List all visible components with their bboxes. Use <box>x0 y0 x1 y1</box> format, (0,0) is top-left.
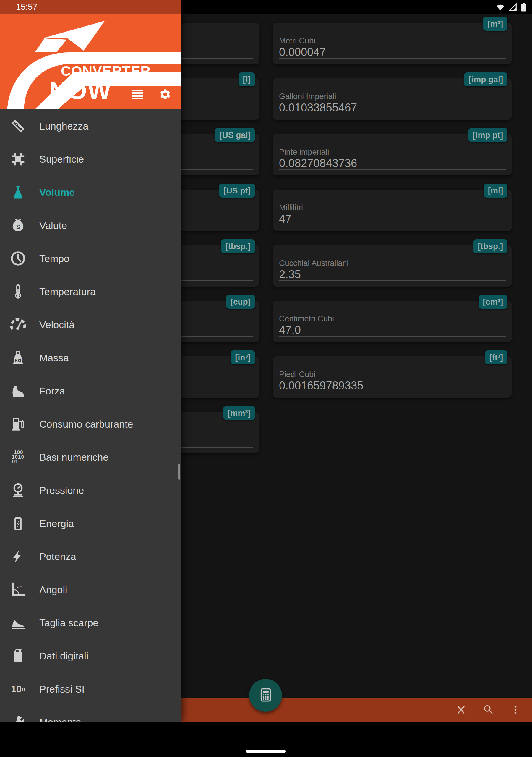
input-underline <box>279 225 506 225</box>
unit-card-galloni-imperiali[interactable]: [imp gal] Galloni Imperiali 0.0103385546… <box>273 78 512 120</box>
sidebar-item-label: Tempo <box>39 253 70 264</box>
sidebar-item-label: Basi numeriche <box>39 452 108 463</box>
sidebar-item-lunghezza[interactable]: Lunghezza <box>0 109 181 142</box>
sidebar-item-consumo-carburante[interactable]: Consumo carburante <box>0 408 181 440</box>
sidebar-item-label: Pressione <box>39 485 84 496</box>
unit-symbol-badge: [ml] <box>484 184 508 197</box>
clock-icon <box>10 250 26 267</box>
ten-power-icon: 10n <box>10 681 26 697</box>
unit-label: Millilitri <box>279 203 303 212</box>
sidebar-item-velocita[interactable]: Velocità <box>0 308 181 341</box>
sidebar-item-basi-numeriche[interactable]: 100101001 Basi numeriche <box>0 440 181 474</box>
angle-icon: 90° <box>10 581 26 598</box>
weight-kg-icon: KG <box>10 349 26 366</box>
unit-value: 0.001659789335 <box>279 379 363 392</box>
sidebar-item-temperatura[interactable]: Temperatura <box>0 275 181 308</box>
input-underline <box>279 58 506 59</box>
unit-value: 2.35 <box>279 268 301 281</box>
sidebar-item-label: Potenza <box>39 551 76 562</box>
unit-column-right: [m³] Metri Cubi 0.000047 [imp gal] Gallo… <box>273 23 512 412</box>
unit-card-metri-cubi[interactable]: [m³] Metri Cubi 0.000047 <box>273 23 512 64</box>
unit-label: Piedi Cubi <box>279 370 315 379</box>
sidebar-item-volume[interactable]: Volume <box>0 176 181 209</box>
sidebar-item-label: Superficie <box>39 153 84 165</box>
thermometer-icon <box>10 283 26 300</box>
unit-card-pinte-imperiali[interactable]: [imp pt] Pinte imperiali 0.08270843736 <box>273 134 512 175</box>
overflow-icon[interactable] <box>509 703 522 716</box>
shoe-icon <box>10 615 26 631</box>
input-underline <box>279 113 506 114</box>
sidebar-item-angoli[interactable]: 90° Angoli <box>0 573 181 606</box>
unit-value: 47.0 <box>279 324 301 337</box>
wifi-icon <box>496 3 505 13</box>
sidebar-item-forza[interactable]: Forza <box>0 374 181 408</box>
settings-gear-icon[interactable] <box>159 88 171 101</box>
fuel-pump-icon <box>10 416 26 432</box>
sidebar-item-label: Prefissi SI <box>39 683 84 695</box>
sidebar-item-massa[interactable]: KG Massa <box>0 341 181 374</box>
unit-symbol-badge: [in³] <box>230 350 255 364</box>
close-icon[interactable] <box>455 703 468 716</box>
sidebar-item-label: Valute <box>39 220 67 231</box>
sidebar-item-label: Angoli <box>39 584 67 595</box>
menu-icon[interactable] <box>132 90 143 99</box>
sidebar-item-label: Volume <box>39 187 75 198</box>
sidebar-item-prefissi-si[interactable]: 10n Prefissi SI <box>0 672 181 706</box>
sidebar-item-label: Consumo carburante <box>39 418 133 430</box>
unit-card-centimetri-cubi[interactable]: [cm³] Centimetri Cubi 47.0 <box>273 301 512 342</box>
battery-bolt-icon <box>10 515 26 532</box>
sidebar-item-label: Dati digitali <box>39 650 88 662</box>
converter-now-app: [l] [US gal] [US pt] [tbsp.] [cup] [in³]… <box>0 0 532 757</box>
sidebar-item-label: Forza <box>39 385 65 397</box>
cell-signal-icon <box>508 3 517 13</box>
status-bar-right <box>181 0 532 14</box>
speedometer-icon <box>10 317 26 333</box>
input-underline <box>279 336 506 337</box>
unit-symbol-badge: [US pt] <box>219 184 255 197</box>
lightning-icon <box>10 548 26 565</box>
sidebar-item-tempo[interactable]: Tempo <box>0 242 181 275</box>
unit-card-millilitri[interactable]: [ml] Millilitri 47 <box>273 190 512 231</box>
sidebar-item-taglia-scarpe[interactable]: Taglia scarpe <box>0 606 181 639</box>
input-underline <box>279 391 506 392</box>
unit-card-cucchiai-australiani[interactable]: [tbsp.] Cucchiai Australiani 2.35 <box>273 245 512 287</box>
app-title-line2: NOW <box>49 76 111 105</box>
unit-value: 0.08270843736 <box>279 157 357 170</box>
unit-symbol-badge: [cup] <box>226 295 255 309</box>
sidebar-item-superficie[interactable]: Superficie <box>0 142 181 176</box>
svg-text:90°: 90° <box>17 586 21 589</box>
sidebar-item-pressione[interactable]: Pressione <box>0 474 181 507</box>
sidebar-item-potenza[interactable]: Potenza <box>0 540 181 573</box>
calculator-icon <box>258 687 273 704</box>
input-underline <box>279 280 506 281</box>
unit-symbol-badge: [tbsp.] <box>473 239 508 253</box>
ruler-icon <box>10 118 26 134</box>
sidebar-item-label: Velocità <box>39 319 74 331</box>
search-icon[interactable] <box>482 703 495 716</box>
calculator-fab[interactable] <box>249 679 282 712</box>
sidebar-item-dati-digitali[interactable]: Dati digitali <box>0 639 181 672</box>
unit-label: Metri Cubi <box>279 36 315 45</box>
navigation-drawer: 15:57 CONVERTER NOW <box>0 0 181 721</box>
unit-symbol-badge: [tbsp.] <box>221 239 255 253</box>
sidebar-item-valute[interactable]: $ Valute <box>0 209 181 242</box>
unit-label: Centimetri Cubi <box>279 314 334 323</box>
sidebar-item-label: Energia <box>39 518 74 529</box>
sidebar-item-energia[interactable]: Energia <box>0 507 181 540</box>
unit-symbol-badge: [US gal] <box>215 128 255 142</box>
gesture-pill[interactable] <box>246 750 285 753</box>
area-icon <box>10 151 26 167</box>
sidebar-item-label: Taglia scarpe <box>39 617 99 629</box>
unit-card-piedi-cubi[interactable]: [ft³] Piedi Cubi 0.001659789335 <box>273 356 512 398</box>
unit-symbol-badge: [l] <box>239 73 255 86</box>
unit-symbol-badge: [imp gal] <box>464 73 508 86</box>
muscle-icon <box>10 383 26 399</box>
drawer-scrollbar[interactable] <box>178 464 180 480</box>
system-navigation-bar <box>0 721 532 757</box>
binary-icon: 100101001 <box>10 449 26 466</box>
flask-icon <box>10 184 26 200</box>
unit-symbol-badge: [mm³] <box>223 406 255 420</box>
battery-icon <box>521 3 527 13</box>
sidebar-item-label: Lunghezza <box>39 120 88 132</box>
pressure-gauge-icon <box>10 482 26 499</box>
